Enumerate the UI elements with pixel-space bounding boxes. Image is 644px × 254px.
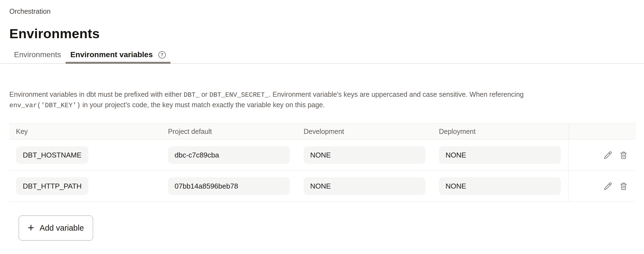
env-var-value: 07bb14a8596beb78 bbox=[168, 177, 290, 195]
tab-bar: Environments Environment variables ? bbox=[0, 46, 644, 64]
add-variable-label: Add variable bbox=[40, 223, 84, 233]
description-text: in your project's code, the key must mat… bbox=[80, 101, 325, 109]
column-header-project-default: Project default bbox=[161, 123, 297, 139]
help-circle-icon[interactable]: ? bbox=[158, 51, 166, 59]
tab-environment-variables[interactable]: Environment variables ? bbox=[66, 46, 170, 63]
env-var-value: dbc-c7c89cba bbox=[168, 146, 290, 164]
env-var-value: NONE bbox=[304, 177, 425, 195]
value-cell: dbc-c7c89cba bbox=[161, 140, 297, 170]
tab-environment-variables-label: Environment variables bbox=[70, 50, 153, 59]
description-text: Environment variables in dbt must be pre… bbox=[9, 90, 184, 98]
edit-button[interactable] bbox=[603, 151, 612, 160]
breadcrumb: Orchestration bbox=[9, 0, 636, 15]
column-header-actions bbox=[569, 123, 636, 139]
tab-environments-label: Environments bbox=[14, 50, 61, 59]
value-cell: NONE bbox=[432, 171, 569, 201]
table-header-row: Key Project default Development Deployme… bbox=[9, 123, 636, 140]
env-var-description: Environment variables in dbt must be pre… bbox=[9, 90, 579, 110]
delete-button[interactable] bbox=[619, 182, 628, 191]
table-body: DBT_HOSTNAME dbc-c7c89cba NONE NONE DBT_… bbox=[9, 140, 636, 202]
env-var-key: DBT_HOSTNAME bbox=[16, 146, 88, 164]
value-cell: NONE bbox=[297, 171, 432, 201]
environment-variables-page: Orchestration Environments Environments … bbox=[0, 0, 644, 254]
delete-button[interactable] bbox=[619, 151, 628, 160]
description-text: . Environment variable's keys are upperc… bbox=[269, 90, 524, 98]
pencil-icon bbox=[603, 151, 612, 160]
env-var-value: NONE bbox=[304, 146, 425, 164]
tab-environments[interactable]: Environments bbox=[9, 46, 66, 63]
env-var-table: Key Project default Development Deployme… bbox=[9, 123, 636, 202]
trash-icon bbox=[619, 151, 628, 160]
env-var-value: NONE bbox=[439, 146, 561, 164]
value-cell: NONE bbox=[432, 140, 569, 170]
column-header-deployment: Deployment bbox=[432, 123, 569, 139]
column-header-development: Development bbox=[297, 123, 432, 139]
value-cell: NONE bbox=[297, 140, 432, 170]
pencil-icon bbox=[603, 182, 612, 191]
key-cell: DBT_HTTP_PATH bbox=[9, 171, 161, 201]
value-cell: 07bb14a8596beb78 bbox=[161, 171, 297, 201]
trash-icon bbox=[619, 182, 628, 191]
column-header-key: Key bbox=[9, 123, 161, 139]
key-cell: DBT_HOSTNAME bbox=[9, 140, 161, 170]
row-actions-cell bbox=[569, 171, 636, 201]
env-var-value: NONE bbox=[439, 177, 561, 195]
description-text: or bbox=[200, 90, 209, 98]
plus-icon: + bbox=[28, 222, 34, 233]
inline-code: DBT_ENV_SECRET_ bbox=[209, 91, 269, 99]
page-title: Environments bbox=[9, 26, 636, 41]
table-row: DBT_HOSTNAME dbc-c7c89cba NONE NONE bbox=[9, 140, 636, 171]
add-variable-button[interactable]: + Add variable bbox=[19, 216, 93, 241]
edit-button[interactable] bbox=[603, 182, 612, 191]
inline-code: env_var('DBT_KEY') bbox=[9, 102, 80, 109]
table-row: DBT_HTTP_PATH 07bb14a8596beb78 NONE NONE bbox=[9, 171, 636, 202]
env-var-key: DBT_HTTP_PATH bbox=[16, 177, 88, 195]
row-actions-cell bbox=[569, 140, 636, 170]
inline-code: DBT_ bbox=[184, 91, 200, 99]
